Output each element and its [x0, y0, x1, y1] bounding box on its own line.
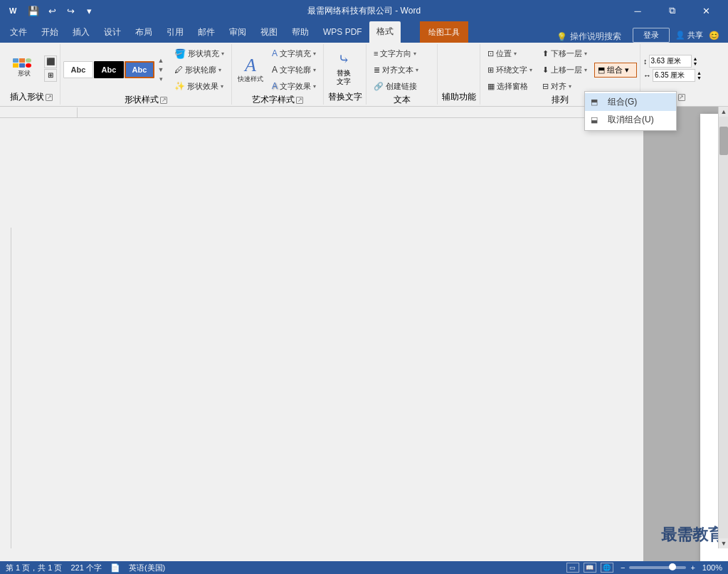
shape-effect-btn[interactable]: ✨ 形状效果 ▾	[170, 78, 228, 94]
insert-shape-content: 形状 ⬛ ⊞	[6, 46, 57, 91]
drawing-tools-label: 绘图工具	[420, 21, 468, 43]
ribbon-tabs-wrapper: 文件 开始 插入 设计 布局 引用 邮件 审阅 视图 帮助 WPS PDF 格式…	[0, 21, 728, 43]
send-backward-btn[interactable]: ⬇ 上移一层 ▾	[538, 62, 591, 78]
swatch-scroll-up[interactable]: ▲	[156, 56, 166, 65]
shape-edit-icons: ⬛ ⊞	[44, 55, 57, 82]
tab-format[interactable]: 格式	[369, 21, 401, 43]
bring-forward-btn[interactable]: ⬆ 下移一层 ▾	[538, 46, 591, 61]
scroll-up[interactable]: ▲	[719, 107, 728, 117]
person-icon: 👤	[675, 31, 685, 39]
position-btn[interactable]: ⊡ 位置 ▾	[483, 46, 537, 61]
lightbulb-icon: 💡	[556, 32, 567, 42]
replace-text-icon: ⤷	[338, 51, 350, 68]
redo-btn[interactable]: ↪	[63, 3, 78, 18]
scroll-down[interactable]: ▼	[719, 538, 728, 548]
swatch-1[interactable]: Abc	[63, 61, 93, 78]
text-btns: ≡ 文字方向 ▾ ≣ 对齐文本 ▾ 🔗 创建链接	[369, 46, 423, 94]
minimize-btn[interactable]: ─	[621, 0, 654, 21]
group-dropdown-btn[interactable]: ⬒ 组合 ▾	[594, 63, 637, 78]
undo-btn[interactable]: ↩	[44, 3, 60, 18]
shapes-gallery-btn[interactable]: 形状	[6, 55, 43, 81]
group-shape-styles: Abc Abc Abc ▲ ▼ ▾ 🪣 形状填充 ▾	[60, 44, 232, 105]
tab-mailings[interactable]: 邮件	[191, 23, 222, 43]
zoom-in-btn[interactable]: +	[690, 563, 695, 572]
restore-btn[interactable]: ⧉	[655, 0, 688, 21]
status-bar: 第 1 页，共 1 页 221 个字 📄 英语(美国) ▭ 📖 🌐 − + 10…	[0, 561, 728, 574]
tab-layout[interactable]: 布局	[128, 23, 159, 43]
view-read-btn[interactable]: 📖	[584, 563, 596, 573]
group-menu-item[interactable]: ⬒ 组合(G)	[585, 93, 676, 111]
tab-view[interactable]: 视图	[253, 23, 285, 43]
width-input[interactable]	[653, 69, 695, 82]
watermark: 最需教育	[661, 524, 724, 546]
shape-outline-btn[interactable]: 🖊 形状轮廓 ▾	[170, 62, 228, 78]
create-link-btn[interactable]: 🔗 创建链接	[369, 78, 423, 94]
view-web-btn[interactable]: 🌐	[601, 563, 613, 573]
search-tab[interactable]: 💡 操作说明搜索	[551, 31, 627, 43]
shape-styles-expand[interactable]: ↗	[160, 97, 167, 104]
edit-shape-btn[interactable]: ⬛	[44, 55, 57, 68]
customize-btn[interactable]: ▾	[81, 3, 97, 18]
tab-help[interactable]: 帮助	[285, 23, 316, 43]
tab-review[interactable]: 审阅	[222, 23, 253, 43]
zoom-slider[interactable]	[629, 566, 686, 569]
ribbon-toolbar: 形状 ⬛ ⊞ 插入形状 ↗ Abc Abc Abc	[0, 43, 728, 107]
zoom-thumb[interactable]	[669, 563, 676, 570]
save-btn[interactable]: 💾	[26, 3, 41, 18]
align-btn[interactable]: ⊟ 对齐 ▾	[538, 78, 591, 94]
close-btn[interactable]: ✕	[690, 0, 722, 21]
swatch-scroll-expand[interactable]: ▾	[156, 75, 166, 83]
art-styles-expand[interactable]: ↗	[296, 97, 303, 104]
tab-home[interactable]: 开始	[34, 23, 65, 43]
art-styles-content: A 快速样式 A 文字填充 ▾ A 文字轮廓 ▾ A	[235, 46, 320, 94]
size-expand[interactable]: ↗	[678, 94, 685, 101]
text-outline-btn[interactable]: A 文字轮廓 ▾	[268, 62, 320, 78]
language: 英语(美国)	[129, 563, 165, 573]
word-count: 221 个字	[70, 563, 101, 573]
quick-style-label: 快速样式	[238, 75, 263, 84]
group-text: ≡ 文字方向 ▾ ≣ 对齐文本 ▾ 🔗 创建链接 文本	[366, 44, 438, 105]
tab-wpspdf[interactable]: WPS PDF	[316, 23, 369, 43]
zoom-level: 100%	[702, 563, 722, 572]
group-icon: ⬒	[591, 97, 602, 107]
merge-shapes-btn[interactable]: ⊞	[44, 69, 57, 82]
height-up[interactable]: ▲	[693, 56, 698, 61]
shape-styles-label: 形状样式 ↗	[63, 94, 228, 106]
width-down[interactable]: ▼	[697, 75, 702, 80]
tab-design[interactable]: 设计	[97, 23, 128, 43]
insert-shape-expand[interactable]: ↗	[46, 94, 53, 101]
view-normal-btn[interactable]: ▭	[566, 563, 579, 573]
text-direction-btn[interactable]: ≡ 文字方向 ▾	[369, 46, 423, 61]
ungroup-icon: ⬓	[591, 115, 602, 124]
text-effect-btn[interactable]: A 文字效果 ▾	[268, 78, 320, 94]
login-button[interactable]: 登录	[633, 28, 670, 43]
title-bar-controls: ─ ⧉ ✕	[621, 0, 722, 21]
shape-fill-btn[interactable]: 🪣 形状填充 ▾	[170, 46, 228, 61]
share-button[interactable]: 👤 共享	[675, 30, 703, 41]
wrap-text-btn[interactable]: ⊞ 环绕文字 ▾	[483, 62, 537, 78]
selection-pane-btn[interactable]: ▦ 选择窗格	[483, 78, 537, 94]
tab-file[interactable]: 文件	[3, 23, 34, 43]
status-left: 第 1 页，共 1 页 221 个字 📄 英语(美国)	[6, 563, 165, 573]
zoom-out-btn[interactable]: −	[621, 563, 625, 572]
size-inputs: ↕ ▲ ▼ ↔ ▲ ▼	[643, 55, 702, 82]
text-fill-btn[interactable]: A 文字填充 ▾	[268, 46, 320, 61]
text-content: ≡ 文字方向 ▾ ≣ 对齐文本 ▾ 🔗 创建链接	[369, 46, 434, 94]
replace-text-btn[interactable]: ⤷ 替换文字	[327, 48, 361, 89]
height-input[interactable]	[649, 55, 692, 68]
width-up[interactable]: ▲	[697, 70, 702, 75]
status-right: ▭ 📖 🌐 − + 100%	[566, 563, 722, 573]
shapes-btn-label: 形状	[18, 69, 31, 78]
title-bar: W 💾 ↩ ↪ ▾ 最需网络科技有限公司 - Word ─ ⧉ ✕	[0, 0, 728, 21]
swatch-3[interactable]: Abc	[125, 61, 154, 78]
tab-insert[interactable]: 插入	[65, 23, 97, 43]
assist-label: 辅助功能	[441, 91, 477, 103]
swatch-scroll-down[interactable]: ▼	[156, 65, 166, 74]
swatch-2[interactable]: Abc	[94, 61, 124, 78]
ungroup-menu-item[interactable]: ⬓ 取消组合(U)	[585, 111, 676, 129]
scroll-thumb[interactable]	[719, 127, 728, 155]
align-text-btn[interactable]: ≣ 对齐文本 ▾	[369, 62, 423, 78]
art-style-large: A 快速样式	[235, 56, 266, 84]
tab-references[interactable]: 引用	[159, 23, 191, 43]
height-down[interactable]: ▼	[693, 61, 698, 66]
